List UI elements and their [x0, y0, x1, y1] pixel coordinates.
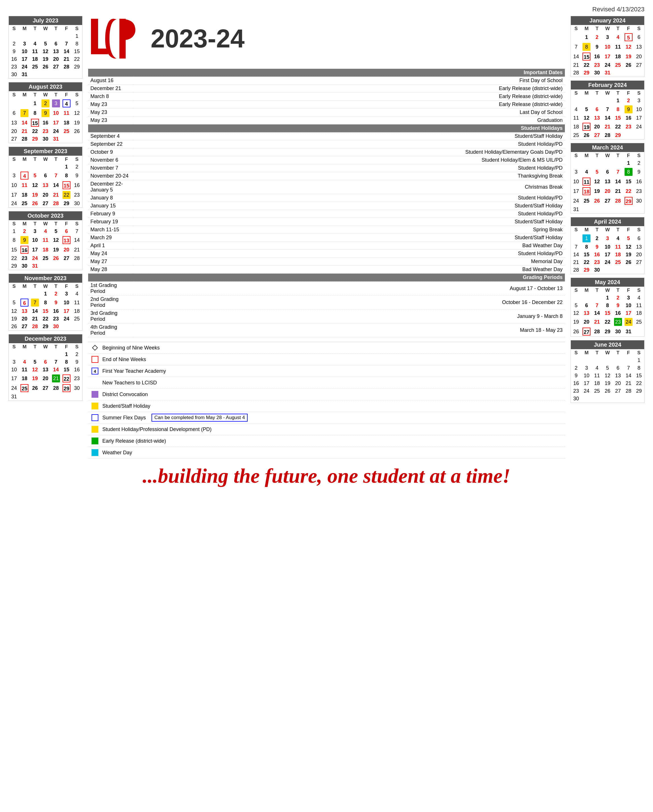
- legend-item-pd: Student Holiday/Professional Development…: [88, 424, 565, 435]
- legend-item-student-staff-holiday: Student/Staff Holiday: [88, 400, 565, 412]
- cal-april-2024: April 2024 SMTWTFS 1 2 3 4 5 6 7 8: [570, 217, 644, 274]
- grading-periods-header: Grading Periods: [88, 273, 565, 282]
- red-box-icon: [90, 355, 99, 364]
- middle-section: 2023-24 Important Dates August 16First D…: [88, 16, 565, 459]
- svg-marker-3: [92, 345, 98, 350]
- list-item: May 23Graduation: [88, 116, 565, 124]
- list-item: May 24Student Holiday/PD: [88, 250, 565, 258]
- legend-item-new-teachers: New Teachers to LCISD: [88, 377, 565, 389]
- list-item: August 16First Day of School: [88, 77, 565, 85]
- list-item: November 6Student Holiday/Elem & MS UIL/…: [88, 156, 565, 164]
- legend-item-summer-flex: Summer Flex Days Can be completed from M…: [88, 412, 565, 424]
- table-cell: 1: [72, 32, 82, 40]
- logo: [88, 16, 145, 61]
- revised-label: Revised 4/13/2023: [9, 6, 644, 13]
- cal-june-2024-header: June 2024: [571, 340, 644, 349]
- cyan-swatch-icon: [90, 448, 99, 457]
- cal-february-2024: February 2024 SMTWTFS 1 2 3 4 5 6 7 8: [570, 80, 644, 139]
- cal-january-2024: January 2024 SMTWTFS 1 2 3 4 5 6 7 8: [570, 16, 644, 77]
- list-item: November 20-24Thanksgiving Break: [88, 172, 565, 180]
- legend-item-early-release: Early Release (district-wide): [88, 435, 565, 447]
- legend-item-end-nine-weeks: End of Nine Weeks: [88, 354, 565, 365]
- cal-december-2023-header: December 2023: [9, 334, 82, 343]
- important-dates-table: Important Dates August 16First Day of Sc…: [88, 69, 565, 337]
- legend-item-first-year-teacher-academy: 4 First Year Teacher Academy: [88, 365, 565, 377]
- list-item: 1st Grading PeriodAugust 17 - October 13: [88, 282, 565, 296]
- cal-may-2024: May 2024 SMTWTFS 1 2 3 4 5 6 7 8: [570, 278, 644, 337]
- cal-october-2023-header: October 2023: [9, 211, 82, 220]
- student-holidays-header: Student Holidays: [88, 124, 565, 133]
- cal-november-2023: November 2023 SMTWTFS 1 2 3 4 5 6 7 8: [9, 273, 83, 331]
- important-dates-section: Important Dates August 16First Day of Sc…: [88, 69, 565, 337]
- cal-june-2024: June 2024 SMTWTFS 1 2345678 910111213141…: [570, 340, 644, 403]
- list-item: May 23Early Release (district-wide): [88, 101, 565, 108]
- cal-september-2023: September 2023 SMTWTFS 12 3 4 5 6 7 8 9: [9, 147, 83, 208]
- logo-title: 2023-24: [88, 16, 565, 61]
- cal-march-2024: March 2024 SMTWTFS 1 2 3 4 5 6 7 8: [570, 143, 644, 214]
- top-section: July 2023 SMTWTFS 1 2345678 910111213141…: [9, 16, 644, 459]
- left-calendars: July 2023 SMTWTFS 1 2345678 910111213141…: [9, 16, 83, 459]
- cal-may-2024-header: May 2024: [571, 278, 644, 287]
- list-item: May 28Bad Weather Day: [88, 266, 565, 273]
- list-item: March 11-15Spring Break: [88, 226, 565, 234]
- list-item: September 22Student Holiday/PD: [88, 140, 565, 148]
- list-item: March 29Student/Staff Holiday: [88, 234, 565, 242]
- list-item: January 15Student/Staff Holiday: [88, 202, 565, 210]
- list-item: 3rd Grading PeriodJanuary 9 - March 8: [88, 310, 565, 323]
- cal-november-2023-header: November 2023: [9, 274, 82, 283]
- legend-section: Beginning of Nine Weeks End of Nine Week…: [88, 342, 565, 459]
- green-swatch-icon: [90, 437, 99, 446]
- list-item: May 23Last Day of School: [88, 108, 565, 116]
- cal-september-2023-header: September 2023: [9, 147, 82, 156]
- yellow-swatch-icon: [90, 401, 99, 411]
- cal-july-2023-header: July 2023: [9, 16, 82, 25]
- list-item: December 21Early Release (district-wide): [88, 85, 565, 93]
- diamond-icon: [90, 343, 99, 352]
- list-item: 4th Grading PeriodMarch 18 - May 23: [88, 323, 565, 337]
- lcp-logo-svg: [88, 16, 145, 61]
- cal-august-2023-header: August 2023: [9, 82, 82, 91]
- list-item: February 19Student/Staff Holiday: [88, 218, 565, 226]
- list-item: September 4Student/Staff Holiday: [88, 133, 565, 140]
- cal-march-2024-header: March 2024: [571, 143, 644, 152]
- legend-item-district-convocation: District Convocation: [88, 389, 565, 400]
- important-dates-header: Important Dates: [88, 69, 565, 77]
- right-calendars: January 2024 SMTWTFS 1 2 3 4 5 6 7 8: [570, 16, 644, 459]
- cal-january-2024-header: January 2024: [571, 16, 644, 25]
- cal-october-2023: October 2023 SMTWTFS 1 2 3 4 5 6 7 8 9: [9, 211, 83, 270]
- cal-april-2024-header: April 2024: [571, 217, 644, 226]
- svg-rect-0: [91, 19, 98, 53]
- blue-outline-box-icon: [90, 413, 99, 422]
- summer-flex-note: Can be completed from May 28 - August 4: [151, 414, 248, 421]
- svg-rect-1: [91, 49, 108, 54]
- list-item: April 1Bad Weather Day: [88, 242, 565, 250]
- purple-swatch-icon: [90, 390, 99, 399]
- legend-item-beginning-nine-weeks: Beginning of Nine Weeks: [88, 342, 565, 354]
- list-item: November 7Student Holiday/PD: [88, 164, 565, 172]
- list-item: March 8Early Release (district-wide): [88, 93, 565, 101]
- list-item: January 8Student Holiday/PD: [88, 194, 565, 202]
- legend-item-weather-day: Weather Day: [88, 447, 565, 459]
- tagline: ...building the future, one student at a…: [9, 464, 644, 488]
- list-item: December 22-January 5Christmas Break: [88, 180, 565, 194]
- list-item: May 27Memorial Day: [88, 258, 565, 266]
- new-teachers-icon: [90, 378, 99, 387]
- cal-december-2023: December 2023 SMTWTFS 12 3 4 5 6 7 8 9: [9, 334, 83, 401]
- orange-swatch-icon: [90, 425, 99, 434]
- list-item: October 9Student Holiday/Elementary Goal…: [88, 148, 565, 156]
- page: Revised 4/13/2023 July 2023 SMTWTFS 1 23…: [0, 0, 653, 493]
- list-item: February 9Student Holiday/PD: [88, 210, 565, 218]
- cal-july-2023: July 2023 SMTWTFS 1 2345678 910111213141…: [9, 16, 83, 79]
- school-year: 2023-24: [151, 24, 245, 53]
- blue-box-icon: 4: [90, 366, 99, 375]
- cal-august-2023: August 2023 SMTWTFS 1 2 3 4 5 6 7 8 9: [9, 82, 83, 143]
- list-item: 2nd Grading PeriodOctober 16 - December …: [88, 296, 565, 310]
- cal-february-2024-header: February 2024: [571, 81, 644, 90]
